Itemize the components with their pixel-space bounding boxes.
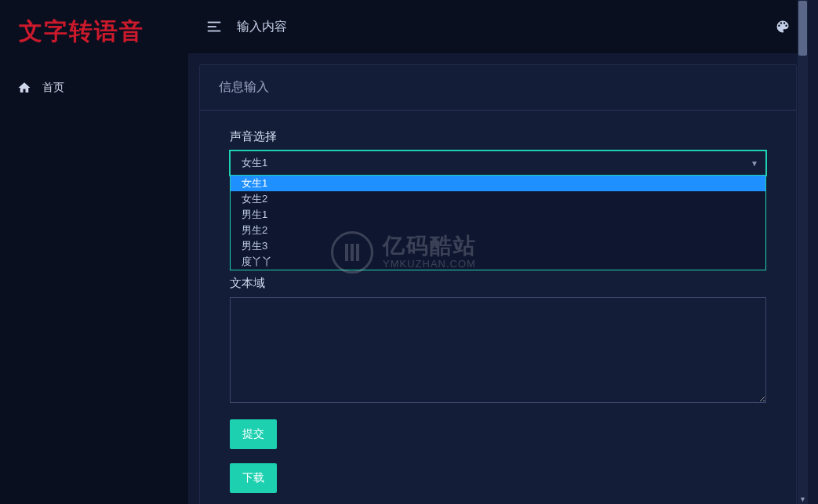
scrollbar[interactable]: ▼ — [798, 0, 808, 504]
theme-palette-button[interactable] — [775, 19, 791, 34]
voice-option[interactable]: 男生3 — [231, 238, 765, 254]
voice-select-label: 声音选择 — [230, 129, 766, 144]
textarea-group: 文本域 — [230, 276, 766, 405]
scrollbar-down-button[interactable]: ▼ — [798, 494, 808, 504]
card: 信息输入 声音选择 女生1 ▼ 女生1 女生2 男生1 — [199, 64, 797, 504]
voice-select-group: 声音选择 女生1 ▼ 女生1 女生2 男生1 男生2 男生3 — [230, 129, 766, 176]
nav: 首页 — [0, 56, 188, 104]
content-textarea[interactable] — [230, 297, 766, 403]
submit-button[interactable]: 提交 — [230, 419, 277, 449]
app-logo: 文字转语音 — [0, 16, 188, 56]
main: 输入内容 信息输入 声音选择 女生1 ▼ — [188, 0, 808, 504]
card-title: 信息输入 — [200, 65, 796, 111]
voice-select[interactable]: 女生1 ▼ — [230, 150, 766, 176]
home-icon — [17, 81, 31, 95]
menu-toggle-button[interactable] — [205, 18, 223, 35]
voice-option[interactable]: 男生2 — [231, 223, 765, 238]
sidebar-item-label: 首页 — [42, 81, 64, 95]
voice-option[interactable]: 女生1 — [231, 176, 765, 191]
voice-option[interactable]: 度丫丫 — [231, 254, 765, 270]
breadcrumb: 输入内容 — [237, 19, 287, 35]
sidebar: 文字转语音 首页 — [0, 0, 188, 504]
download-button[interactable]: 下载 — [230, 463, 277, 493]
voice-select-value: 女生1 — [242, 156, 267, 170]
voice-dropdown: 女生1 女生2 男生1 男生2 男生3 度丫丫 — [230, 176, 766, 270]
scrollbar-thumb[interactable] — [798, 1, 807, 56]
topbar: 输入内容 — [188, 0, 808, 53]
content: 信息输入 声音选择 女生1 ▼ 女生1 女生2 男生1 — [188, 53, 808, 504]
textarea-label: 文本域 — [230, 276, 766, 291]
voice-option[interactable]: 男生1 — [231, 207, 765, 223]
chevron-down-icon: ▼ — [751, 159, 758, 168]
sidebar-item-home[interactable]: 首页 — [0, 71, 188, 104]
hamburger-icon — [205, 18, 223, 35]
voice-option[interactable]: 女生2 — [231, 191, 765, 207]
